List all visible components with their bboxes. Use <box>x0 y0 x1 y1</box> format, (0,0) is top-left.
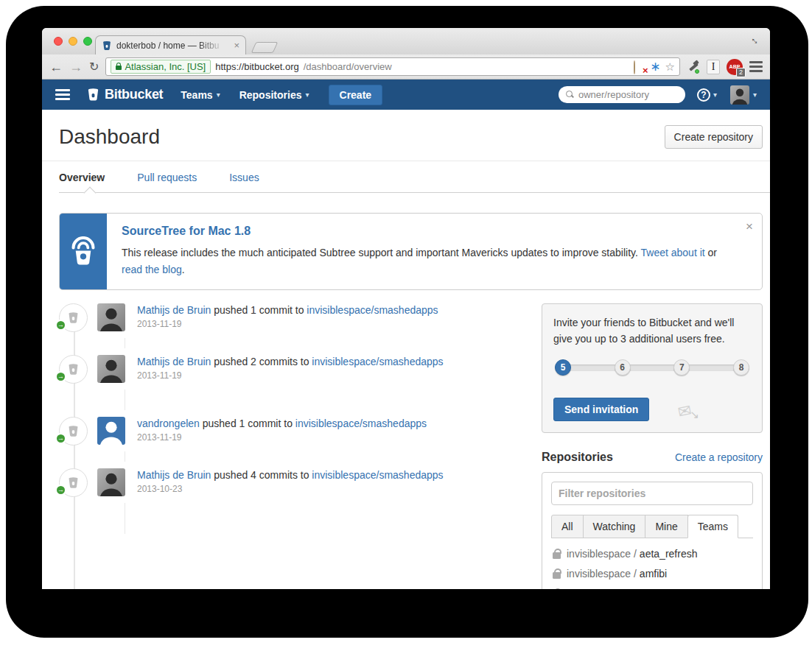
timeline-node: → <box>59 417 97 462</box>
nav-teams-menu[interactable]: Teams▾ <box>181 89 220 101</box>
tweet-link[interactable]: Tweet about it <box>641 247 705 258</box>
milestone: 7 <box>673 359 690 376</box>
active-tab-notch <box>84 187 97 200</box>
traffic-lights <box>54 37 92 46</box>
repo-tab[interactable]: Mine <box>645 515 687 538</box>
milestone: 6 <box>615 359 631 376</box>
sidebar: Invite your friends to Bitbucket and we'… <box>542 303 763 589</box>
user-link[interactable]: Mathijs de Bruin <box>137 304 211 316</box>
forward-button[interactable]: → <box>69 60 83 74</box>
timeline-node: → <box>59 303 97 348</box>
url-host: https://bitbucket.org <box>215 61 298 72</box>
nav-create-button[interactable]: Create <box>329 85 383 105</box>
resize-icon[interactable]: ↔ <box>748 32 763 47</box>
banner-close-icon[interactable]: × <box>746 219 753 234</box>
reader-extension-icon[interactable]: I <box>707 60 720 74</box>
user-link[interactable]: vandrongelen <box>137 418 200 429</box>
repo-link[interactable]: invisiblespace/smashedapps <box>295 418 427 429</box>
reload-button[interactable]: ↻ <box>89 60 99 74</box>
help-menu[interactable]: ? ▾ <box>697 88 717 102</box>
close-window-button[interactable] <box>54 37 63 46</box>
ev-badge-label: Atlassian, Inc. [US] <box>125 61 206 72</box>
avatar[interactable] <box>97 468 125 496</box>
new-tab-button[interactable] <box>251 42 279 53</box>
minimize-window-button[interactable] <box>69 37 77 46</box>
timeline-node: → <box>59 355 97 410</box>
feed-date: 2013-11-19 <box>137 319 516 329</box>
avatar[interactable] <box>97 303 125 331</box>
tab-close-icon[interactable]: × <box>234 40 239 50</box>
invite-box: Invite your friends to Bitbucket and we'… <box>542 303 763 432</box>
blog-link[interactable]: read the blog <box>122 264 182 275</box>
repo-tab[interactable]: Watching <box>583 515 646 538</box>
envelope-icon: ✉ <box>676 401 693 422</box>
repo-search-box[interactable] <box>559 86 685 103</box>
filter-repositories-input[interactable] <box>551 482 753 505</box>
browser-tab[interactable]: dokterbob / home — Bitbu × <box>95 35 246 54</box>
commit-row <box>137 390 516 400</box>
tab-title: dokterbob / home — Bitbu <box>116 40 229 51</box>
bookmark-star-icon[interactable]: ☆ <box>665 61 675 72</box>
bucket-icon <box>67 476 80 489</box>
repo-tab[interactable]: Teams <box>687 515 738 538</box>
chevron-down-icon: ▾ <box>217 91 220 99</box>
tab-item[interactable]: Pull requests <box>137 172 197 183</box>
avatar[interactable] <box>97 417 125 445</box>
tab-item[interactable]: Issues <box>229 172 259 183</box>
repo-link[interactable]: invisiblespace/smashedapps <box>312 356 443 367</box>
window-titlebar[interactable]: dokterbob / home — Bitbu × ↔ <box>42 28 770 54</box>
avatar <box>730 85 749 105</box>
devtool-extension-icon[interactable] <box>687 60 700 74</box>
feed-item: → Mathijs de Bruin pushed 2 commits to i… <box>59 355 516 410</box>
screenshot-stage: dokterbob / home — Bitbu × ↔ ← → ↻ Atlas… <box>0 0 812 648</box>
browser-menu-icon[interactable] <box>749 61 763 72</box>
repositories-box: All Watching Mine Teams <box>542 472 763 589</box>
chevron-down-icon: ▾ <box>753 91 757 99</box>
commit-list <box>125 451 516 462</box>
commit-row <box>137 513 516 524</box>
help-icon: ? <box>697 88 710 102</box>
dashboard-tabs: Overview Pull requests Issues <box>59 161 770 193</box>
repo-filter-tabs: All Watching Mine Teams <box>551 515 753 538</box>
banner-text: This release includes the much anticipat… <box>122 244 732 278</box>
repo-link[interactable]: invisiblespace/smashedapps <box>312 469 443 481</box>
zoom-window-button[interactable] <box>83 37 92 46</box>
chevron-down-icon: ▾ <box>713 91 717 99</box>
ev-certificate-badge[interactable]: Atlassian, Inc. [US] <box>111 60 211 74</box>
sourcetree-icon <box>69 236 97 267</box>
feed-item: → Mathijs de Bruin pushed 1 commit to in… <box>59 303 516 348</box>
repo-row[interactable]: invisiblespace / amfibi <box>551 564 753 584</box>
cookie-blocked-icon[interactable]: × <box>634 61 645 73</box>
tab-item[interactable]: Overview <box>59 172 105 183</box>
lock-icon <box>116 66 122 70</box>
bitbucket-favicon-icon <box>102 40 112 51</box>
extension-page-icon[interactable]: ∗ <box>650 60 660 73</box>
feed-date: 2013-11-19 <box>137 370 516 381</box>
bitbucket-logo[interactable]: Bitbucket <box>86 87 163 102</box>
user-menu[interactable]: ▾ <box>730 85 757 105</box>
repo-row[interactable]: invisiblespace / basic-webshop <box>551 584 753 589</box>
avatar[interactable] <box>97 355 125 383</box>
user-link[interactable]: Mathijs de Bruin <box>137 356 211 367</box>
repo-link[interactable]: invisiblespace/smashedapps <box>307 304 438 316</box>
bucket-icon <box>67 363 80 376</box>
bucket-icon <box>67 311 80 324</box>
nav-menu-icon[interactable] <box>55 89 70 100</box>
search-input[interactable] <box>578 89 678 100</box>
repo-row[interactable]: invisiblespace / aeta_refresh <box>551 544 753 564</box>
adblock-extension-icon[interactable]: ABP 2 <box>727 59 743 75</box>
sourcetree-banner: SourceTree for Mac 1.8 This release incl… <box>59 213 763 290</box>
back-button[interactable]: ← <box>49 60 63 74</box>
sourcetree-logo <box>60 214 107 289</box>
browser-toolbar: ← → ↻ Atlassian, Inc. [US] https://bitbu… <box>42 54 770 80</box>
send-invitation-button[interactable]: Send invitation <box>553 398 649 421</box>
user-link[interactable]: Mathijs de Bruin <box>137 469 211 481</box>
nav-repositories-menu[interactable]: Repositories▾ <box>239 89 309 101</box>
bucket-icon <box>67 425 80 437</box>
address-bar[interactable]: Atlassian, Inc. [US] https://bitbucket.o… <box>105 57 680 76</box>
create-a-repository-link[interactable]: Create a repository <box>675 451 763 463</box>
create-repository-button[interactable]: Create repository <box>665 125 763 149</box>
repo-tab[interactable]: All <box>551 515 584 538</box>
feed-date: 2013-11-19 <box>137 432 516 443</box>
timeline-node: → <box>59 468 97 534</box>
